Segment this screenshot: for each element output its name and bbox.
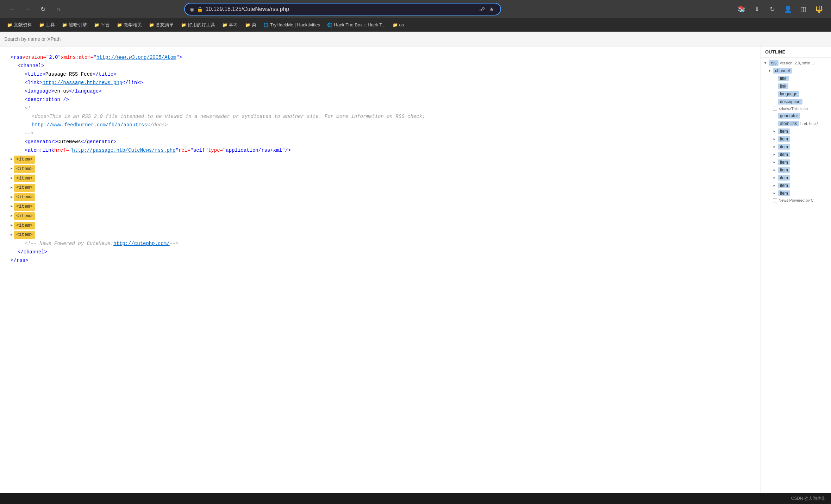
outline-item-1[interactable]: ► item	[761, 127, 831, 135]
menu-icon[interactable]: 🔱	[813, 3, 825, 15]
outline-arrow-rss[interactable]: ▼	[764, 61, 767, 65]
outline-arrow-channel[interactable]: ▼	[768, 69, 771, 73]
bookmark-cai[interactable]: 📁 菜	[242, 20, 259, 30]
title-tag: <title>	[25, 70, 45, 78]
outline-checkbox-news[interactable]	[773, 198, 777, 202]
folder-icon: 📁	[62, 23, 67, 27]
bookmark-wenxian[interactable]: 📁 文献资料	[4, 20, 35, 30]
outline-tag-item8: item	[778, 183, 790, 188]
item-row-9[interactable]: ► <item>	[11, 230, 750, 240]
address-bar[interactable]: ◉ 🔒 ☍ ★	[184, 3, 501, 15]
item-collapsed-2[interactable]: <item>	[14, 165, 35, 173]
outline-item-3[interactable]: ► item	[761, 143, 831, 151]
refresh-button[interactable]: ↻	[37, 3, 49, 15]
outline-title-item[interactable]: title	[761, 75, 831, 82]
item-collapsed-4[interactable]: <item>	[14, 184, 35, 192]
item-row-5[interactable]: ► <item>	[11, 193, 750, 202]
outline-arrow-item4[interactable]: ►	[773, 153, 776, 156]
item-collapsed-3[interactable]: <item>	[14, 175, 35, 183]
item-collapsed-8[interactable]: <item>	[14, 222, 35, 230]
outline-item-8[interactable]: ► item	[761, 182, 831, 189]
atom-ns-link[interactable]: http://www.w3.org/2005/Atom	[96, 55, 176, 60]
outline-docs-item[interactable]: <docs>This is an RS	[761, 106, 831, 112]
bookmark-heidark[interactable]: 📁 黑暗引擎	[59, 20, 90, 30]
search-input[interactable]	[4, 36, 110, 42]
outline-arrow-item6[interactable]: ►	[773, 168, 776, 172]
cutephp-link[interactable]: http://cutephp.com/	[113, 240, 170, 247]
extensions-icon[interactable]: ◫	[797, 3, 810, 15]
atom-self-link[interactable]: http://passage.htb/CuteNews/rss.php	[72, 147, 175, 153]
outline-arrow-item8[interactable]: ►	[773, 184, 776, 187]
passage-link[interactable]: http://passage.htb/news.php	[42, 79, 122, 87]
bookmark-tryhackme[interactable]: 🌐 TryHackMe | Hacktivities	[261, 21, 323, 29]
outline-arrow-item3[interactable]: ►	[773, 145, 776, 149]
item-arrow-5[interactable]: ►	[11, 195, 13, 200]
bookmark-jiaoxue[interactable]: 📁 教学相关	[114, 20, 145, 30]
item-arrow-2[interactable]: ►	[11, 166, 13, 172]
item-row-8[interactable]: ► <item>	[11, 221, 750, 231]
outline-arrow-item2[interactable]: ►	[773, 137, 776, 141]
outline-item-7[interactable]: ► item	[761, 174, 831, 182]
bookmark-hackthebox[interactable]: 🌐 Hack The Box :: Hack T...	[324, 21, 388, 29]
outline-language-item[interactable]: language	[761, 90, 831, 98]
sync-icon[interactable]: ↻	[766, 3, 779, 15]
outline-arrow-item7[interactable]: ►	[773, 176, 776, 179]
download-icon[interactable]: ⇓	[751, 3, 763, 15]
bookmark-pingtai[interactable]: 📁 平台	[91, 20, 113, 30]
item-arrow-9[interactable]: ►	[11, 232, 13, 238]
bookmark-star-icon[interactable]: ★	[488, 5, 495, 14]
outline-item-2[interactable]: ► item	[761, 135, 831, 143]
item-row-4[interactable]: ► <item>	[11, 183, 750, 193]
pocket-icon[interactable]: 📚	[735, 3, 748, 15]
item-row-3[interactable]: ► <item>	[11, 174, 750, 183]
outline-arrow-item5[interactable]: ►	[773, 160, 776, 164]
item-row-6[interactable]: ► <item>	[11, 202, 750, 212]
item-collapsed-5[interactable]: <item>	[14, 193, 35, 201]
outline-checkbox-docs[interactable]	[773, 107, 777, 111]
item-arrow-8[interactable]: ►	[11, 223, 13, 228]
bookmark-beiwang[interactable]: 📁 备忘清单	[146, 20, 177, 30]
bookmark-xuexi[interactable]: 📁 学习	[219, 20, 241, 30]
bookmark-haoyong[interactable]: 📁 好用的好工具	[178, 20, 218, 30]
item-row-7[interactable]: ► <item>	[11, 212, 750, 221]
item-collapsed-6[interactable]: <item>	[14, 203, 35, 211]
outline-tag-item2: item	[778, 136, 790, 142]
outline-item-6[interactable]: ► item	[761, 166, 831, 174]
item-arrow-1[interactable]: ►	[11, 157, 13, 162]
outline-atomlink-item[interactable]: atom:link href: http:/	[761, 120, 831, 127]
forward-button[interactable]: →	[21, 3, 34, 15]
item-collapsed-7[interactable]: <item>	[14, 212, 35, 220]
back-button[interactable]: ←	[6, 3, 18, 15]
feedburner-link[interactable]: http://www.feedburner.com/fb/a/aboutrss	[32, 121, 147, 129]
docs-comment: <docs>This is an RSS 2.0 file intended t…	[32, 113, 425, 120]
item-arrow-6[interactable]: ►	[11, 204, 13, 209]
outline-tag-title: title	[778, 76, 789, 81]
item-arrow-4[interactable]: ►	[11, 185, 13, 191]
outline-rss[interactable]: ▼ rss version: 2.0, xmlns:ato	[761, 59, 831, 67]
shield-icon: ◉	[190, 6, 194, 12]
outline-arrow-item1[interactable]: ►	[773, 130, 776, 133]
folder-icon: 📁	[117, 23, 122, 27]
outline-description-item[interactable]: description	[761, 98, 831, 106]
item-arrow-3[interactable]: ►	[11, 176, 13, 181]
item-arrow-7[interactable]: ►	[11, 213, 13, 219]
outline-newspowered-item[interactable]: News Powered by C	[761, 197, 831, 203]
outline-item-4[interactable]: ► item	[761, 151, 831, 158]
item-collapsed-9[interactable]: <item>	[14, 231, 35, 239]
url-input[interactable]	[206, 6, 475, 12]
bookmark-gongju[interactable]: 📁 工具	[36, 20, 58, 30]
outline-link-item[interactable]: link	[761, 82, 831, 90]
outline-item-5[interactable]: ► item	[761, 158, 831, 166]
outline-item-9[interactable]: ► item	[761, 189, 831, 197]
item-collapsed-1[interactable]: <item>	[14, 156, 35, 164]
profile-icon[interactable]: 👤	[782, 3, 794, 15]
outline-arrow-item9[interactable]: ►	[773, 191, 776, 195]
translate-icon[interactable]: ☍	[478, 5, 486, 14]
bookmark-os[interactable]: 📁 os	[390, 21, 407, 29]
home-button[interactable]: ⌂	[52, 3, 65, 15]
outline-channel[interactable]: ▼ channel	[761, 67, 831, 75]
web-icon: 🌐	[263, 23, 269, 27]
outline-generator-item[interactable]: generator	[761, 112, 831, 120]
item-row-1[interactable]: ► <item>	[11, 155, 750, 164]
item-row-2[interactable]: ► <item>	[11, 164, 750, 174]
